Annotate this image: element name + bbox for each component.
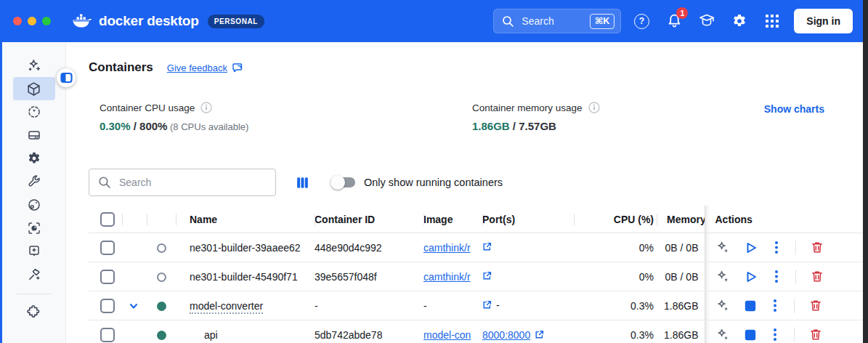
ask-gordon-action-button[interactable] (715, 270, 730, 284)
kebab-menu-icon (771, 328, 779, 342)
info-icon[interactable] (588, 102, 600, 113)
traffic-lights (13, 17, 51, 25)
start-container-button[interactable] (745, 241, 758, 254)
port-link[interactable]: 8000:8000 (482, 329, 530, 341)
delete-container-button[interactable] (809, 299, 822, 312)
sparkles-icon (715, 299, 730, 313)
sidebar-item-environments[interactable] (13, 240, 55, 263)
sidebar-item-docker-hub[interactable] (13, 193, 55, 217)
container-search-input[interactable] (118, 176, 267, 189)
column-header-memory[interactable]: Memory (657, 206, 705, 233)
sign-in-button[interactable]: Sign in (794, 9, 853, 33)
table-body: ne301-builder-39aaee62 448e90d4c992 camt… (89, 233, 863, 343)
delete-container-button[interactable] (811, 241, 824, 254)
row-checkbox[interactable] (100, 241, 115, 255)
image-link[interactable]: camthink/r (423, 271, 471, 283)
column-header-name[interactable]: Name (176, 206, 315, 233)
more-actions-button[interactable] (772, 241, 781, 254)
notifications-button[interactable]: 1 (665, 12, 683, 30)
containers-table: Name Container ID Image Port(s) CPU (%) … (89, 206, 863, 343)
docker-desktop-window: docker desktop PERSONAL ⌘K ? 1 (0, 0, 868, 343)
more-actions-button[interactable] (771, 299, 779, 312)
sidebar-item-extensions[interactable] (13, 300, 55, 323)
row-checkbox[interactable] (100, 299, 115, 313)
external-link-icon (482, 271, 492, 281)
give-feedback-label: Give feedback (167, 62, 227, 73)
cpu-usage-stat: Container CPU usage 0.30% / 800% (8 CPUs… (100, 102, 248, 132)
column-header-ports[interactable]: Port(s) (482, 206, 574, 233)
image-link[interactable]: model-con (423, 329, 471, 341)
settings-button[interactable] (731, 12, 748, 30)
cpu-value: 0% (639, 271, 654, 283)
sidebar-item-dev-tools[interactable] (13, 263, 55, 286)
external-link-icon (535, 330, 544, 339)
info-icon[interactable] (200, 102, 212, 113)
deploy-box-icon (27, 244, 41, 259)
show-charts-link[interactable]: Show charts (764, 103, 824, 115)
external-link-icon (482, 242, 492, 251)
volumes-drive-icon (27, 128, 41, 142)
ask-gordon-action-button[interactable] (715, 299, 730, 313)
learning-center-button[interactable] (698, 12, 715, 30)
memory-used-value: 1.86GB (472, 120, 510, 132)
plan-badge: PERSONAL (208, 15, 264, 28)
more-actions-button[interactable] (772, 270, 781, 283)
container-name[interactable]: ne301-builder-45490f71 (190, 271, 298, 283)
more-actions-button[interactable] (771, 328, 779, 342)
running-only-toggle[interactable] (330, 175, 355, 190)
select-all-checkbox[interactable] (100, 212, 115, 227)
sidebar-item-images[interactable] (13, 100, 55, 124)
delete-container-button[interactable] (811, 270, 824, 283)
sidebar (2, 42, 66, 343)
search-icon (502, 15, 514, 28)
ask-gordon-action-button[interactable] (715, 241, 730, 255)
column-header-cpu[interactable]: CPU (%) (574, 206, 657, 233)
row-checkbox[interactable] (100, 270, 115, 284)
external-link-icon (482, 300, 492, 310)
container-search-field[interactable] (89, 169, 276, 196)
container-name[interactable]: ne301-builder-39aaee62 (190, 242, 301, 254)
help-button[interactable]: ? (633, 12, 650, 30)
sidebar-item-volumes[interactable] (13, 124, 55, 147)
apps-menu-button[interactable] (763, 12, 781, 30)
brand-wordmark: docker desktop (99, 13, 199, 29)
sidebar-item-sparkles[interactable] (13, 54, 55, 77)
sidebar-collapse-button[interactable] (57, 68, 76, 87)
give-feedback-link[interactable]: Give feedback (167, 62, 243, 73)
builds-gear-icon (27, 151, 41, 166)
sidebar-item-scout[interactable] (13, 217, 55, 240)
memory-value: 0B / 0B (665, 271, 699, 283)
memory-usage-stat: Container memory usage 1.86GB / 7.57GB (472, 102, 600, 132)
stop-container-button[interactable] (745, 300, 756, 312)
row-checkbox[interactable] (100, 328, 115, 342)
global-search[interactable]: ⌘K (493, 9, 621, 33)
hammer-sparkle-icon (27, 267, 41, 282)
scout-icon (27, 221, 41, 235)
container-name[interactable]: model-converter (190, 300, 263, 314)
container-id: 39e5657f048f (315, 271, 377, 283)
feedback-chat-icon (232, 62, 243, 73)
column-header-image[interactable]: Image (423, 206, 482, 233)
container-status-dot (157, 302, 166, 311)
ask-gordon-action-button[interactable] (715, 328, 730, 342)
stop-container-button[interactable] (745, 329, 756, 341)
global-search-input[interactable] (520, 15, 583, 28)
table-row: ne301-builder-45490f71 39e5657f048f camt… (89, 262, 863, 291)
sidebar-item-containers[interactable] (13, 77, 55, 100)
page-title: Containers (89, 60, 153, 75)
wrench-icon (27, 174, 41, 189)
minimize-window-button[interactable] (28, 17, 36, 25)
close-window-button[interactable] (13, 17, 22, 25)
sidebar-item-toolkit[interactable] (13, 170, 55, 193)
column-header-container-id[interactable]: Container ID (315, 206, 423, 233)
zoom-window-button[interactable] (42, 17, 51, 25)
delete-container-button[interactable] (809, 328, 822, 342)
sidebar-item-builds[interactable] (13, 147, 55, 170)
column-settings-button[interactable] (295, 175, 310, 190)
container-name[interactable]: api (204, 329, 218, 341)
chevron-down-icon[interactable] (128, 300, 139, 312)
actions-divider (794, 299, 795, 313)
image-link[interactable]: camthink/r (423, 242, 471, 254)
start-container-button[interactable] (745, 270, 758, 283)
containers-cube-icon (26, 81, 41, 97)
